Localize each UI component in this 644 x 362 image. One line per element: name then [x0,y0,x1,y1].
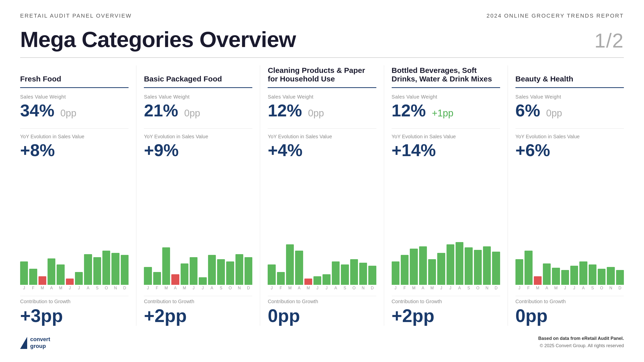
contrib-label: Contribution to Growth [20,299,129,304]
contrib-divider [144,296,252,296]
bar [543,263,551,285]
category-col-cleaning-products: Cleaning Products & Paper for Household … [260,65,384,326]
month-label: N [359,286,367,290]
svw-label: Sales Value Weight [515,94,624,100]
svw-value: 34% [20,102,54,119]
cat-title: Beauty & Health [515,65,624,88]
bar-chart [392,242,500,285]
bar [579,261,587,285]
month-label: D [368,286,376,290]
month-label: J [515,286,523,290]
svw-row: 6% 0pp [515,102,624,119]
month-label: A [543,286,551,290]
month-label: M [552,286,560,290]
contrib-value: +2pp [392,306,500,326]
contrib-label: Contribution to Growth [515,299,624,304]
svw-value: 21% [144,102,178,119]
month-label: A [208,286,216,290]
svw-row: 12% +1pp [392,102,500,119]
month-label: J [20,286,28,290]
bar [153,272,161,285]
month-label: D [492,286,500,290]
bar [570,266,578,285]
month-label: M [286,286,294,290]
bar [295,251,303,285]
bar [419,246,427,285]
month-label: J [144,286,152,290]
page: ERETAIL AUDIT PANEL OVERVIEW 2024 ONLINE… [0,0,644,362]
month-label: S [93,286,101,290]
month-label: M [410,286,418,290]
month-label: A [456,286,463,290]
month-label: J [268,286,275,290]
left-label: ERETAIL AUDIT PANEL OVERVIEW [20,13,132,19]
bar [102,251,110,285]
month-label: A [171,286,179,290]
bar [447,244,454,285]
month-label: M [162,286,170,290]
month-label: O [350,286,358,290]
bar [359,263,367,285]
bar [111,253,119,285]
bar [410,249,418,285]
category-col-bottled-beverages: Bottled Beverages, Soft Drinks, Water & … [384,65,508,326]
logo-icon [20,337,27,349]
divider [268,128,376,129]
divider [515,128,624,129]
month-label: J [199,286,207,290]
contrib-label: Contribution to Growth [392,299,500,304]
bar [57,264,64,285]
month-label: A [48,286,55,290]
bar [162,247,170,285]
bar [20,261,28,285]
chart-area: JFMAMJJASOND [268,164,376,290]
category-col-basic-packaged-food: Basic Packaged Food Sales Value Weight 2… [136,65,260,326]
yoy-label: YoY Evolution in Sales Value [392,134,500,140]
contrib-label: Contribution to Growth [144,299,252,304]
bar [29,269,37,285]
month-label: S [589,286,596,290]
cat-title: Cleaning Products & Paper for Household … [268,65,376,88]
month-label: A [579,286,587,290]
contrib-divider [20,296,129,296]
month-label: M [534,286,542,290]
logo-text: convert group [30,336,50,349]
categories-grid: Fresh Food Sales Value Weight 34% 0pp Yo… [20,65,624,326]
bar [515,259,523,285]
month-label: M [57,286,64,290]
month-label: M [428,286,436,290]
month-label: J [75,286,83,290]
yoy-value: +8% [20,142,129,159]
bar [226,261,234,285]
bar [368,266,376,285]
chart-area: JFMAMJJASOND [392,164,500,290]
yoy-value: +6% [515,142,624,159]
month-label: J [392,286,399,290]
svw-delta: 0pp [546,108,562,119]
month-label: D [245,286,252,290]
bar-chart [144,242,252,285]
contrib-value: 0pp [515,306,624,326]
month-label: O [102,286,110,290]
bar [323,274,330,285]
contrib-value: +2pp [144,306,252,326]
yoy-label: YoY Evolution in Sales Value [268,134,376,140]
bar [561,270,569,285]
bar [121,255,129,285]
category-col-beauty-health: Beauty & Health Sales Value Weight 6% 0p… [508,65,624,326]
month-label: O [474,286,482,290]
svw-value: 12% [268,102,302,119]
yoy-label: YoY Evolution in Sales Value [20,134,129,140]
bar [401,255,409,285]
month-label: A [419,286,427,290]
page-title: Mega Categories Overview [20,27,296,52]
month-label: S [217,286,225,290]
chart-area: JFMAMJJASOND [515,164,624,290]
svw-label: Sales Value Weight [144,94,252,100]
contrib-divider [515,296,624,296]
svw-delta: 0pp [184,108,200,119]
bar [465,247,472,285]
bar-chart [515,242,624,285]
cat-title: Bottled Beverages, Soft Drinks, Water & … [392,65,500,88]
bar [483,246,491,285]
